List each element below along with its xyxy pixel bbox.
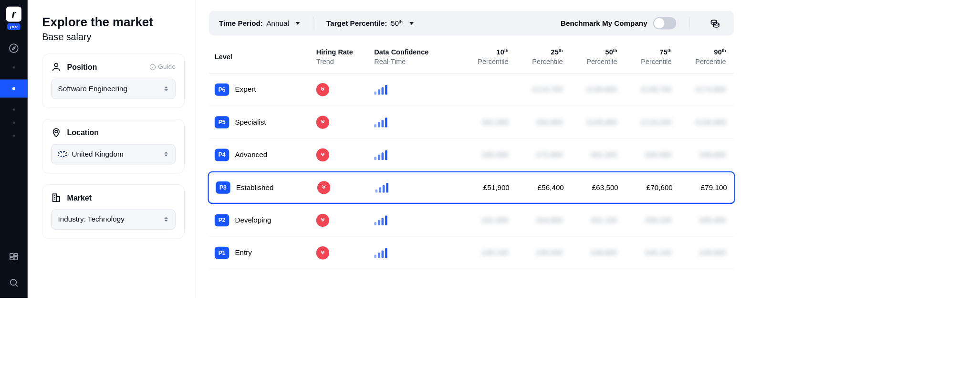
compass-icon[interactable] [7, 41, 21, 55]
svg-point-6 [10, 279, 16, 285]
nav-dot[interactable] [13, 122, 15, 124]
table-header: Level Hiring RateTrend Data ConfidenceRe… [209, 41, 734, 73]
table-row[interactable]: P5Specialist£81,500£92,800£105,800£116,2… [209, 106, 734, 138]
p50-value: £105,800 [563, 118, 617, 126]
svg-point-8 [54, 63, 58, 66]
col-p90: 90thPercentile [672, 47, 726, 66]
p50-value: £63,500 [564, 183, 618, 191]
bars-icon [375, 182, 455, 192]
person-icon [51, 62, 61, 72]
trend-down-icon [316, 148, 329, 161]
table-row[interactable]: P4Advanced£65,500£72,800£81,500£90,500£9… [209, 138, 734, 171]
level-cell: P4Advanced [215, 148, 316, 161]
hiring-trend [316, 148, 375, 161]
nav-active-item[interactable] [0, 79, 28, 97]
p75-value: £70,600 [618, 183, 673, 191]
chevron-down-icon [409, 22, 414, 24]
nav-dot[interactable] [13, 135, 15, 137]
target-percentile-select[interactable]: Target Percentile: 50th [326, 19, 414, 28]
panel-label: Location [67, 128, 99, 137]
table-row[interactable]: P2Developing£41,000£44,800£51,100£58,100… [209, 204, 734, 236]
level-cell: P5Specialist [215, 116, 316, 128]
level-name: Expert [235, 85, 256, 94]
time-period-select[interactable]: Time Period: Annual [219, 19, 300, 27]
p75-value: £58,100 [617, 216, 672, 224]
bars-icon [374, 150, 454, 160]
separator [689, 16, 690, 30]
time-period-label: Time Period: [219, 19, 263, 27]
table-row[interactable]: P1Entry£30,100£35,000£39,800£45,100£49,6… [209, 237, 734, 269]
level-cell: P6Expert [215, 83, 316, 95]
p25-value: £35,000 [509, 249, 563, 257]
level-name: Entry [235, 249, 251, 257]
svg-rect-5 [14, 256, 18, 260]
dashboard-icon[interactable] [7, 250, 21, 265]
p25-value: £110,700 [509, 85, 563, 94]
p90-value: £49,600 [672, 249, 726, 257]
level-badge: P2 [215, 214, 229, 226]
p10-value: £30,100 [454, 249, 509, 257]
page-title: Explore the market [42, 14, 185, 30]
separator [313, 16, 313, 30]
level-badge: P6 [215, 83, 229, 95]
currency-button[interactable] [706, 14, 723, 32]
chevron-updown-icon [164, 86, 169, 91]
hiring-trend [316, 213, 375, 226]
benchmark-toggle[interactable]: Benchmark My Company [561, 17, 676, 30]
page-subtitle: Base salary [42, 32, 185, 43]
search-icon[interactable] [7, 275, 21, 290]
p50-value: £81,500 [563, 150, 617, 159]
p75-value: £148,700 [617, 85, 672, 94]
level-name: Developing [235, 216, 271, 224]
col-level: Level [215, 52, 316, 61]
p50-value: £51,100 [563, 216, 617, 224]
p50-value: £39,800 [563, 249, 617, 257]
svg-rect-4 [10, 258, 13, 260]
table-row[interactable]: P3Established£51,900£56,400£63,500£70,60… [208, 171, 735, 204]
col-confidence: Data ConfidenceReal-Time [374, 47, 454, 66]
table-row[interactable]: P6Expert£110,700£130,800£148,700£174,800 [209, 74, 734, 106]
p10-value: £81,500 [454, 118, 509, 126]
toolbar: Time Period: Annual Target Percentile: 5… [209, 11, 734, 36]
panel-label: Position [67, 63, 97, 71]
panel-location: Location United Kingdom [42, 119, 185, 173]
logo-letter: r [6, 7, 21, 22]
market-value: Industry: Technology [58, 215, 125, 223]
chevron-down-icon [295, 22, 300, 24]
time-period-value: Annual [266, 19, 289, 27]
market-select[interactable]: Industry: Technology [51, 209, 176, 230]
p90-value: £65,400 [672, 216, 726, 224]
target-percentile-label: Target Percentile: [326, 19, 387, 27]
logo: r pro [6, 7, 21, 30]
nav-dot[interactable] [13, 108, 15, 111]
confidence-bars [374, 150, 454, 160]
benchmark-label: Benchmark My Company [561, 19, 647, 27]
p25-value: £56,400 [510, 183, 564, 191]
position-select[interactable]: Software Engineering [51, 79, 176, 99]
svg-marker-1 [12, 47, 15, 50]
col-p25: 25thPercentile [509, 47, 563, 66]
bars-icon [374, 85, 454, 95]
main-content: Time Period: Annual Target Percentile: 5… [196, 0, 745, 298]
svg-rect-2 [10, 254, 13, 257]
chevron-updown-icon [164, 217, 169, 222]
sidebar: Explore the market Base salary Position … [28, 0, 196, 298]
p75-value: £90,500 [617, 150, 672, 159]
svg-line-7 [15, 285, 17, 286]
toggle-switch[interactable] [653, 17, 677, 30]
p75-value: £116,200 [617, 118, 672, 126]
target-percentile-value: 50th [391, 19, 403, 28]
level-name: Specialist [235, 118, 266, 126]
svg-rect-14 [57, 196, 60, 201]
level-cell: P1Entry [215, 246, 316, 259]
col-p75: 75thPercentile [617, 47, 672, 66]
hiring-trend [316, 246, 375, 259]
nav-dot[interactable] [13, 66, 15, 69]
level-badge: P5 [215, 116, 229, 128]
location-select[interactable]: United Kingdom [51, 144, 176, 164]
level-cell: P2Developing [215, 214, 316, 226]
salary-table: Level Hiring RateTrend Data ConfidenceRe… [209, 41, 734, 269]
confidence-bars [374, 215, 454, 225]
p10-value: £65,500 [454, 150, 509, 159]
guide-link[interactable]: Guide [149, 63, 176, 71]
